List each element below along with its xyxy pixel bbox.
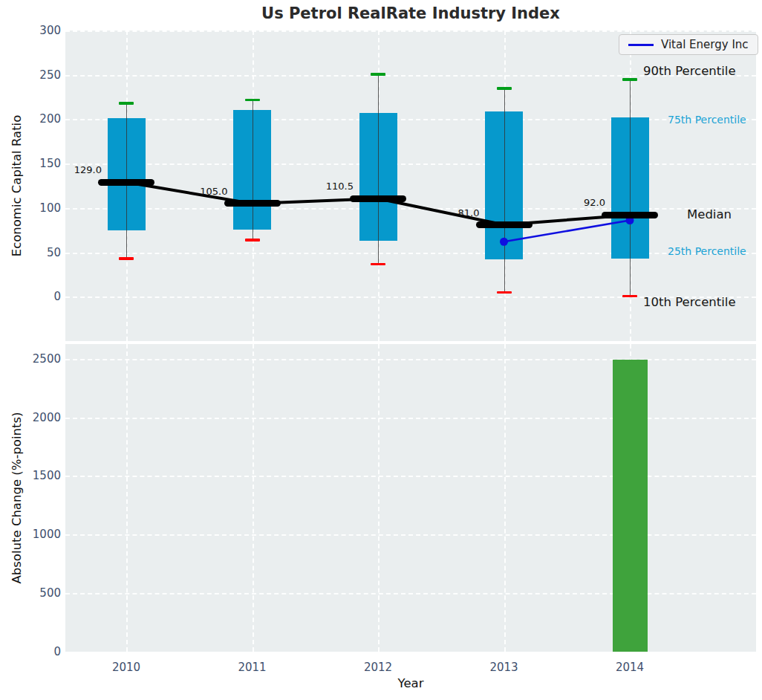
y-tick-label: 2000 [27, 411, 61, 424]
chart-title: Us Petrol RealRate Industry Index [65, 4, 756, 22]
y-tick-label: 2500 [27, 352, 61, 366]
v-gridline [126, 344, 128, 652]
y-axis-label-top: Economic Capital Ratio [10, 115, 24, 257]
change-bar [613, 360, 648, 652]
median-value-label: 110.5 [306, 181, 354, 192]
legend-label: Vital Energy Inc [661, 38, 749, 51]
y-tick-label: 500 [27, 586, 61, 600]
v-gridline [504, 344, 506, 652]
median-value-label: 81.0 [432, 207, 480, 218]
y-axis-label-bottom: Absolute Change (%-points) [10, 412, 24, 584]
h-gridline [65, 418, 756, 419]
x-axis-label: Year [65, 676, 756, 690]
bottom-axes-bar [65, 344, 756, 652]
h-gridline [65, 476, 756, 477]
annotation-10th-percentile: 10th Percentile [643, 295, 736, 309]
y-tick-label: 150 [27, 157, 61, 170]
y-tick-label: 0 [27, 645, 61, 658]
y-tick-label: 100 [27, 201, 61, 215]
annotation-median: Median [687, 207, 732, 221]
median-value-label: 129.0 [54, 164, 102, 175]
x-tick-label: 2012 [352, 661, 404, 674]
median-value-label: 105.0 [180, 186, 228, 197]
legend-line-icon [628, 44, 654, 46]
median-marker [98, 179, 154, 186]
v-gridline [253, 344, 254, 652]
y-tick-label: 1000 [27, 528, 61, 541]
median-value-label: 92.0 [558, 197, 605, 208]
median-marker [476, 221, 533, 228]
company-point [500, 238, 508, 246]
h-gridline [65, 593, 756, 594]
annotation-25th-percentile: 25th Percentile [668, 245, 746, 257]
y-tick-label: 50 [27, 246, 61, 259]
legend: Vital Energy Inc [619, 34, 758, 55]
median-marker [224, 200, 281, 207]
h-gridline [65, 359, 756, 360]
x-tick-label: 2013 [478, 661, 530, 674]
annotation-90th-percentile: 90th Percentile [643, 64, 736, 78]
median-marker [602, 212, 658, 218]
y-tick-label: 0 [27, 290, 61, 303]
figure: Us Petrol RealRate Industry Index 129.01… [0, 0, 762, 700]
x-tick-label: 2011 [227, 661, 279, 674]
y-tick-label: 200 [27, 112, 61, 126]
median-marker [350, 195, 406, 202]
y-tick-label: 1500 [27, 469, 61, 482]
h-gridline [65, 534, 756, 536]
v-gridline [378, 344, 380, 652]
y-tick-label: 250 [27, 68, 61, 82]
h-gridline [65, 652, 756, 653]
x-tick-label: 2010 [100, 661, 152, 674]
x-tick-label: 2014 [604, 661, 656, 674]
annotation-75th-percentile: 75th Percentile [668, 114, 746, 126]
y-tick-label: 300 [27, 24, 61, 37]
